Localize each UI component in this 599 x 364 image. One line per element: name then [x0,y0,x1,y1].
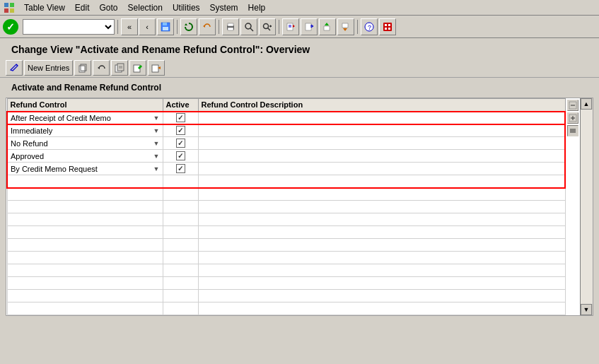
table-row[interactable] [7,264,565,277]
print-button[interactable] [222,18,239,35]
table-row[interactable] [7,277,565,290]
menu-edit[interactable]: Edit [71,1,94,14]
dropdown-arrow-4[interactable]: ▼ [153,153,160,160]
undo-row-button[interactable] [93,60,110,76]
active-checkbox-4[interactable]: ✓ [166,151,195,160]
transaction-dropdown[interactable] [23,19,115,35]
help-button[interactable]: ? [361,18,378,35]
separator-1 [117,20,118,34]
download-button[interactable] [337,18,354,35]
svg-rect-45 [152,65,158,72]
scroll-up-button[interactable]: ▲ [581,98,592,110]
menu-goto[interactable]: Goto [95,1,122,14]
active-checkbox-1[interactable]: ✓ [166,113,195,122]
svg-point-14 [264,23,269,28]
new-entries-button[interactable]: New Entries [24,60,73,76]
checkbox-checked-1[interactable]: ✓ [176,113,185,122]
nav-group: « ‹ [121,18,156,35]
table-row[interactable] [7,303,565,315]
table-row[interactable]: By Credit Memo Request ▼ ✓ [7,163,565,175]
table-row[interactable]: Immediately ▼ ✓ [7,124,565,137]
svg-point-12 [245,23,251,29]
table-row[interactable] [7,188,565,201]
dropdown-arrow-2[interactable]: ▼ [153,127,160,134]
empty-active-6[interactable] [163,175,198,188]
table-row[interactable]: No Refund ▼ ✓ [7,137,565,150]
scrollbar[interactable]: ▲ ▼ [580,98,593,315]
table-row[interactable] [7,213,565,226]
copy-row-button[interactable] [74,60,91,76]
table-row[interactable] [7,201,565,213]
svg-text:?: ? [368,24,371,31]
table-row[interactable] [7,175,565,188]
checkbox-checked-4[interactable]: ✓ [176,151,185,160]
section-bar: Activate and Rename Refund Control [0,78,599,98]
svg-rect-31 [383,23,392,31]
import-button[interactable] [301,18,318,35]
find-next-button[interactable] [259,18,276,35]
main-toolbar: ✓ « ‹ [0,16,599,38]
find-button[interactable] [240,18,257,35]
svg-rect-10 [228,23,233,26]
table-row[interactable] [7,290,565,303]
menu-help[interactable]: Help [244,1,270,14]
svg-line-15 [268,28,271,30]
table-row[interactable] [7,226,565,239]
menu-system[interactable]: System [206,1,243,14]
desc-cell-2[interactable] [198,124,565,137]
menu-utilities[interactable]: Utilities [168,1,204,14]
header-refund-control: Refund Control [7,99,163,112]
nav-first-button[interactable]: « [121,18,138,35]
scroll-track[interactable] [581,110,593,304]
active-checkbox-5[interactable]: ✓ [166,164,195,173]
table-row[interactable]: Approved ▼ ✓ [7,150,565,163]
separator-2 [177,20,178,34]
desc-cell-3[interactable] [198,137,565,150]
menu-selection[interactable]: Selection [124,1,167,14]
table-row[interactable] [7,252,565,264]
desc-cell-5[interactable] [198,163,565,175]
checkbox-checked-2[interactable]: ✓ [176,126,185,135]
table-row[interactable]: After Receipt of Credit Memo ▼ ✓ [7,112,565,124]
save-button[interactable] [157,18,174,35]
page-title: Change View "Activate and Rename Refund … [0,38,599,58]
more-button[interactable] [148,60,165,76]
refund-control-cell-3: No Refund ▼ [11,139,160,148]
settings-button[interactable] [379,18,396,35]
table-row[interactable] [7,239,565,252]
active-checkbox-3[interactable]: ✓ [166,139,195,148]
side-icon-3[interactable] [567,125,578,136]
edit-pencil-button[interactable] [129,60,146,76]
empty-refund-6[interactable] [7,175,163,188]
menu-tableview[interactable]: Table View [20,1,69,14]
nav-back-button[interactable]: ‹ [139,18,156,35]
side-icon-2[interactable] [567,112,578,124]
header-active: Active [163,99,198,112]
data-table: Refund Control Active Refund Control Des… [6,98,566,315]
checkbox-checked-3[interactable]: ✓ [176,139,185,148]
scroll-down-button[interactable]: ▼ [581,304,592,315]
export-button[interactable] [282,18,299,35]
svg-rect-27 [342,23,348,28]
desc-cell-4[interactable] [198,150,565,163]
svg-rect-37 [79,66,85,72]
dropdown-arrow-5[interactable]: ▼ [153,165,160,172]
svg-marker-28 [343,28,347,31]
refresh-button[interactable] [180,18,197,35]
upload-button[interactable] [319,18,336,35]
desc-cell-1[interactable] [198,112,565,124]
dropdown-arrow-3[interactable]: ▼ [153,140,160,147]
main-content: ▲ ▼ [0,98,599,316]
svg-marker-17 [270,25,272,28]
empty-desc-6[interactable] [198,175,565,188]
confirm-button[interactable]: ✓ [3,19,18,35]
svg-rect-2 [4,8,8,13]
svg-line-36 [16,64,18,66]
undo-button[interactable] [199,18,216,35]
checkbox-checked-5[interactable]: ✓ [176,164,185,173]
copy-button[interactable] [111,60,128,76]
dropdown-arrow-1[interactable]: ▼ [153,115,160,122]
active-checkbox-2[interactable]: ✓ [166,126,195,135]
svg-rect-22 [306,23,311,30]
side-icon-1[interactable] [567,100,578,111]
